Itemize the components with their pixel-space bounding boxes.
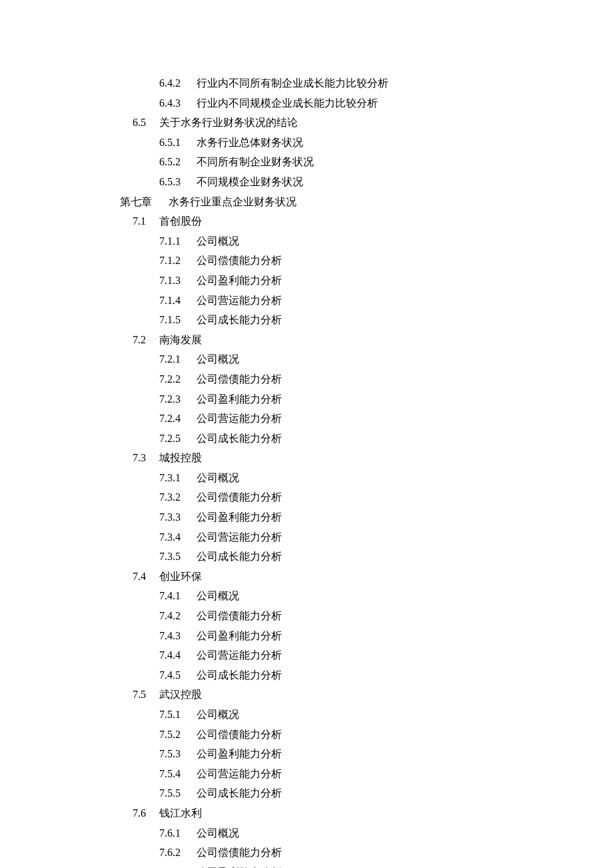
- toc-number: 7.3.3: [159, 507, 197, 527]
- toc-title: 城投控股: [159, 452, 202, 463]
- toc-entry: 7.1.1公司概况: [120, 231, 613, 251]
- toc-number: 7.1: [133, 211, 159, 231]
- toc-entry: 7.3.5公司成长能力分析: [120, 547, 613, 567]
- toc-title: 公司概况: [197, 827, 239, 839]
- toc-number: 7.6.2: [159, 843, 197, 863]
- toc-number: 7.5.5: [159, 783, 197, 803]
- toc-title: 公司概况: [197, 235, 239, 247]
- toc-number: 7.3: [133, 448, 159, 468]
- toc-number: 7.1.1: [159, 231, 197, 251]
- toc-entry: 第七章水务行业重点企业财务状况: [120, 192, 613, 212]
- toc-title: 公司盈利能力分析: [197, 511, 282, 523]
- toc-entry: 7.4.3公司盈利能力分析: [120, 626, 613, 646]
- toc-number: 6.4.3: [159, 93, 197, 113]
- toc-number: 7.6.1: [159, 823, 197, 843]
- toc-title: 公司成长能力分析: [197, 669, 282, 681]
- toc-number: 7.5.4: [159, 764, 197, 784]
- toc-title: 公司营运能力分析: [197, 531, 282, 543]
- toc-title: 公司偿债能力分析: [197, 491, 282, 503]
- toc-number: 6.4.2: [159, 73, 197, 93]
- toc-entry: 7.1.3公司盈利能力分析: [120, 271, 613, 291]
- toc-number: 7.2.4: [159, 409, 197, 429]
- toc-number: 7.2.1: [159, 349, 197, 369]
- toc-title: 钱江水利: [159, 807, 202, 819]
- toc-number: 6.5.1: [159, 133, 197, 153]
- toc-number: 7.1.2: [159, 251, 197, 271]
- toc-entry: 7.2.2公司偿债能力分析: [120, 369, 613, 389]
- toc-title: 公司概况: [197, 353, 239, 365]
- toc-entry: 7.6.1公司概况: [120, 823, 613, 843]
- toc-number: 7.2: [133, 330, 159, 350]
- toc-number: 7.4.3: [159, 626, 197, 646]
- toc-number: 7.1.4: [159, 291, 197, 311]
- toc-entry: 6.4.2行业内不同所有制企业成长能力比较分析: [120, 73, 613, 93]
- toc-entry: 7.2.3公司盈利能力分析: [120, 389, 613, 409]
- toc-title: 公司盈利能力分析: [197, 393, 282, 405]
- toc-number: 6.5: [133, 113, 159, 133]
- toc-entry: 7.2.4公司营运能力分析: [120, 409, 613, 429]
- toc-entry: 7.5.5公司成长能力分析: [120, 783, 613, 803]
- toc-entry: 7.1.2公司偿债能力分析: [120, 251, 613, 271]
- toc-title: 公司成长能力分析: [197, 433, 282, 444]
- toc-entry: 7.1.4公司营运能力分析: [120, 291, 613, 311]
- toc-title: 公司盈利能力分析: [197, 630, 282, 641]
- toc-entry: 7.6.2公司偿债能力分析: [120, 843, 613, 863]
- toc-entry: 7.5.4公司营运能力分析: [120, 764, 613, 784]
- toc-entry: 7.3.3公司盈利能力分析: [120, 507, 613, 527]
- toc-entry: 6.5.1水务行业总体财务状况: [120, 133, 613, 153]
- toc-number: 7.4.5: [159, 665, 197, 685]
- toc-number: 第七章: [120, 192, 169, 212]
- toc-entry: 7.5.1公司概况: [120, 705, 613, 725]
- table-of-contents: 6.4.2行业内不同所有制企业成长能力比较分析6.4.3行业内不同规模企业成长能…: [120, 73, 613, 868]
- toc-entry: 7.4.1公司概况: [120, 586, 613, 606]
- toc-title: 公司营运能力分析: [197, 768, 282, 779]
- toc-entry: 7.2.1公司概况: [120, 349, 613, 369]
- toc-entry: 7.5.3公司盈利能力分析: [120, 744, 613, 764]
- toc-title: 公司偿债能力分析: [197, 373, 282, 385]
- toc-entry: 6.5.3不同规模企业财务状况: [120, 172, 613, 192]
- toc-number: 7.1.3: [159, 271, 197, 291]
- toc-title: 公司偿债能力分析: [197, 610, 282, 621]
- toc-number: 7.5.2: [159, 725, 197, 745]
- toc-number: 7.2.3: [159, 389, 197, 409]
- toc-title: 公司营运能力分析: [197, 649, 282, 661]
- toc-entry: 7.5.2公司偿债能力分析: [120, 725, 613, 745]
- toc-title: 水务行业重点企业财务状况: [169, 196, 297, 207]
- toc-number: 7.2.2: [159, 369, 197, 389]
- toc-number: 6.5.3: [159, 172, 197, 192]
- toc-title: 公司概况: [197, 472, 239, 483]
- toc-number: 7.4: [133, 567, 159, 587]
- toc-entry: 7.3.1公司概况: [120, 468, 613, 488]
- toc-title: 公司概况: [197, 590, 239, 601]
- toc-entry: 7.4.5公司成长能力分析: [120, 665, 613, 685]
- toc-title: 不同规模企业财务状况: [197, 176, 303, 187]
- toc-entry: 6.5关于水务行业财务状况的结论: [120, 113, 613, 133]
- toc-number: 7.2.5: [159, 429, 197, 449]
- toc-title: 公司成长能力分析: [197, 787, 282, 799]
- toc-number: 6.5.2: [159, 152, 197, 172]
- toc-entry: 7.4.2公司偿债能力分析: [120, 606, 613, 626]
- toc-title: 公司概况: [197, 709, 239, 720]
- toc-entry: 7.3.2公司偿债能力分析: [120, 487, 613, 507]
- toc-number: 7.5.3: [159, 744, 197, 764]
- toc-title: 首创股份: [159, 215, 202, 227]
- toc-title: 行业内不同规模企业成长能力比较分析: [197, 97, 378, 109]
- toc-number: 7.3.2: [159, 487, 197, 507]
- toc-title: 公司营运能力分析: [197, 413, 282, 424]
- toc-title: 公司盈利能力分析: [197, 275, 282, 286]
- toc-title: 公司偿债能力分析: [197, 847, 282, 858]
- toc-title: 公司营运能力分析: [197, 295, 282, 306]
- toc-entry: 6.4.3行业内不同规模企业成长能力比较分析: [120, 93, 613, 113]
- toc-title: 创业环保: [159, 571, 202, 582]
- toc-number: 7.4.2: [159, 606, 197, 626]
- toc-title: 公司成长能力分析: [197, 551, 282, 562]
- toc-entry: 7.4创业环保: [120, 567, 613, 587]
- toc-entry: 7.5武汉控股: [120, 685, 613, 705]
- toc-title: 水务行业总体财务状况: [197, 137, 303, 148]
- toc-title: 南海发展: [159, 334, 202, 345]
- toc-number: 7.5.1: [159, 705, 197, 725]
- toc-entry: 7.6钱江水利: [120, 803, 613, 823]
- toc-entry: 7.3城投控股: [120, 448, 613, 468]
- toc-number: 7.1.5: [159, 310, 197, 330]
- toc-title: 关于水务行业财务状况的结论: [159, 117, 298, 128]
